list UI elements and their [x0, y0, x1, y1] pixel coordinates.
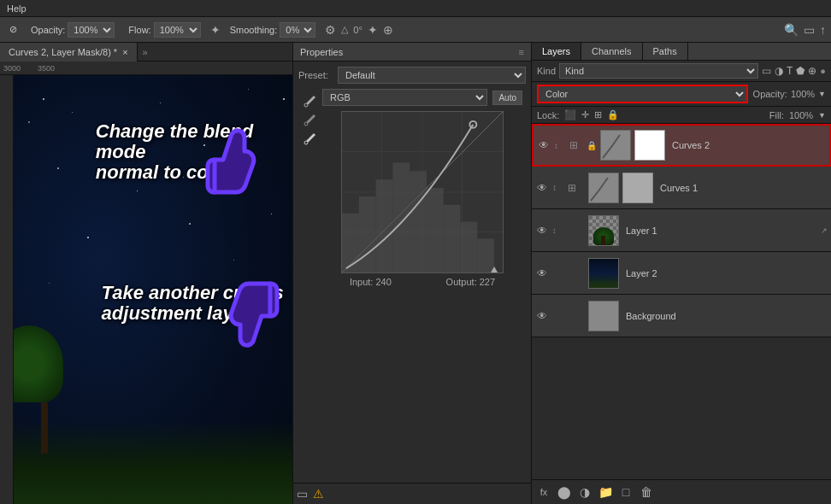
- adjustment-filter-icon[interactable]: ◑: [775, 65, 783, 77]
- layer-name-curves2: Curves 2: [669, 140, 826, 150]
- pressure-icon: ✦: [368, 23, 378, 37]
- auto-button[interactable]: Auto: [492, 91, 522, 105]
- blend-mode-row: Color Normal Multiply Screen Overlay Opa…: [532, 82, 831, 107]
- canvas-area[interactable]: Curves 2, Layer Mask/8) * × » 3000 3500: [0, 43, 292, 504]
- paths-tab[interactable]: Paths: [643, 43, 688, 60]
- layer-item-curves2[interactable]: 👁 ↕ ⊞ 🔒 Curves 2: [532, 124, 831, 167]
- canvas-tab-active[interactable]: Curves 2, Layer Mask/8) * ×: [0, 43, 138, 62]
- layer-visibility-curves1[interactable]: 👁: [535, 181, 549, 195]
- layer-mask-curves2: [634, 130, 665, 161]
- channel-select[interactable]: RGB: [322, 89, 487, 106]
- layer-item-curves1[interactable]: 👁 ↕ ⊞ Curves 1: [532, 167, 831, 209]
- properties-content: Preset: Default: [293, 62, 531, 483]
- screen-icon[interactable]: ▭: [804, 23, 815, 37]
- layer-item-layer2[interactable]: 👁 Layer 2: [532, 252, 831, 295]
- lock-row: Lock: ⬛ ✛ ⊞ 🔒 Fill: 100% ▼: [532, 107, 831, 124]
- layer-visibility-layer2[interactable]: 👁: [535, 267, 549, 280]
- smart-object-badge: ↗: [821, 226, 828, 235]
- menu-help[interactable]: Help: [7, 3, 27, 14]
- shape-filter-icon[interactable]: ⬟: [796, 65, 804, 77]
- layers-tab[interactable]: Layers: [532, 43, 581, 60]
- layer-lock-curves2: 🔒: [586, 141, 597, 150]
- svg-point-4: [304, 141, 308, 144]
- lock-pixels-icon[interactable]: ⬛: [564, 109, 576, 120]
- airbrush-icon: ✦: [210, 23, 221, 37]
- vertical-ruler: [0, 75, 14, 504]
- svg-rect-20: [477, 238, 494, 273]
- sample-highlight-tool[interactable]: [302, 130, 319, 147]
- layer-item-layer1[interactable]: 👁 ↕ Layer 1 ↗: [532, 209, 831, 252]
- svg-rect-19: [461, 222, 478, 273]
- blend-mode-select[interactable]: Color Normal Multiply Screen Overlay: [537, 85, 748, 103]
- layer-link-curves2: ↕: [554, 141, 566, 150]
- settings-icon[interactable]: ⚙: [325, 23, 336, 37]
- opacity-control[interactable]: Opacity: 100%: [27, 20, 119, 40]
- layers-scroll[interactable]: 👁 ↕ ⊞ 🔒 Curves 2 👁 ↕ ⊞: [532, 124, 831, 479]
- opacity-arrow: ▼: [818, 90, 826, 98]
- properties-title: Properties: [300, 47, 343, 57]
- fx-button[interactable]: fx: [535, 483, 552, 501]
- warning-icon: ⚠: [313, 487, 324, 501]
- lock-position-icon[interactable]: ✛: [581, 109, 589, 120]
- input-output-row: Input: 240 Output: 227: [322, 277, 522, 287]
- smoothing-label: Smoothing:: [230, 25, 278, 35]
- pixel-filter-icon[interactable]: ▭: [762, 65, 771, 77]
- svg-rect-15: [392, 162, 410, 273]
- tab-expand-button[interactable]: »: [138, 47, 153, 57]
- smoothing-select[interactable]: 0%: [280, 22, 315, 38]
- zoom-icon[interactable]: 🔍: [784, 23, 799, 37]
- lock-artboard-icon[interactable]: ⊞: [594, 109, 602, 120]
- ruler-mark-3000: 3000: [3, 64, 21, 73]
- canvas-content[interactable]: Change the blend modenormal to color Tak…: [14, 75, 292, 504]
- curves-graph[interactable]: [341, 111, 504, 273]
- opacity-select[interactable]: 100%: [68, 22, 115, 38]
- add-mask-button[interactable]: ⬤: [556, 483, 573, 501]
- flow-control[interactable]: Flow: 100%: [124, 20, 204, 40]
- layer-visibility-curves2[interactable]: 👁: [537, 138, 551, 152]
- add-adjustment-button[interactable]: ◑: [576, 483, 593, 501]
- tree-element: [26, 325, 63, 454]
- curves-main-area: RGB Auto: [322, 89, 522, 287]
- add-group-button[interactable]: 📁: [597, 483, 614, 501]
- layer-chain-curves1: ⊞: [568, 182, 581, 194]
- layer-visibility-layer1[interactable]: 👁: [535, 224, 549, 237]
- type-filter-icon[interactable]: T: [787, 65, 793, 77]
- fill-value[interactable]: 100%: [789, 110, 813, 120]
- ruler-mark-3500: 3500: [38, 64, 55, 73]
- kind-select[interactable]: Kind: [559, 63, 758, 79]
- filter-toggle[interactable]: ●: [820, 66, 826, 76]
- new-layer-button[interactable]: □: [617, 483, 634, 501]
- layer-chain-curves2: ⊞: [569, 139, 583, 151]
- layer-link-curves1: ↕: [552, 183, 564, 192]
- layer-name-layer2: Layer 2: [622, 268, 828, 278]
- histogram-icon[interactable]: ▭: [297, 487, 308, 501]
- smart-filter-icon[interactable]: ⊕: [808, 65, 816, 77]
- layer-thumb-layer2: [588, 258, 619, 289]
- preset-label: Preset:: [298, 70, 333, 80]
- layer-name-layer1: Layer 1: [622, 226, 817, 236]
- layer-name-curves1: Curves 1: [657, 183, 828, 193]
- eyedropper-tool[interactable]: [302, 92, 319, 109]
- layer-item-background[interactable]: 👁 Background: [532, 295, 831, 337]
- lock-all-icon[interactable]: 🔒: [607, 109, 619, 120]
- preset-select[interactable]: Default: [338, 67, 526, 84]
- properties-panel: Properties ≡ Preset: Default: [292, 43, 532, 504]
- channels-tab[interactable]: Channels: [581, 43, 642, 60]
- sample-shadow-tool[interactable]: [302, 111, 319, 128]
- svg-point-2: [304, 103, 308, 107]
- close-tab-button[interactable]: ×: [122, 47, 127, 57]
- opacity-value[interactable]: 100%: [791, 89, 815, 99]
- flow-select[interactable]: 100%: [154, 22, 201, 38]
- smoothing-control[interactable]: Smoothing: 0%: [226, 20, 321, 40]
- svg-rect-14: [376, 179, 393, 273]
- thumbs-down-icon: [197, 121, 274, 208]
- layer-link-layer1: ↕: [552, 226, 564, 235]
- layer-thumb-background: [588, 301, 619, 331]
- delete-layer-button[interactable]: 🗑: [638, 483, 655, 501]
- lock-label: Lock:: [537, 110, 559, 120]
- panel-expand-icon[interactable]: ≡: [519, 47, 524, 57]
- layer-visibility-background[interactable]: 👁: [535, 309, 549, 323]
- share-icon[interactable]: ↑: [820, 23, 826, 37]
- tree-trunk: [41, 402, 48, 454]
- layer-name-background: Background: [622, 311, 828, 321]
